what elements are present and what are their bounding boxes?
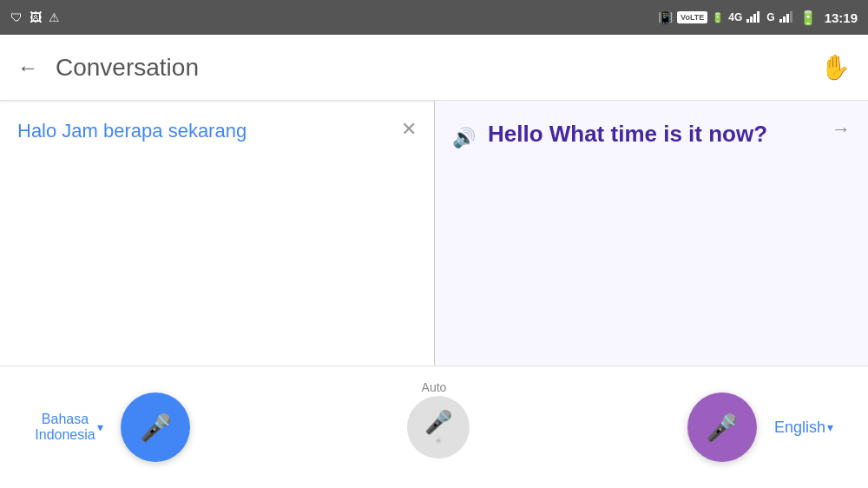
left-mic-icon: 🎤 bbox=[140, 412, 172, 443]
signal-g: G bbox=[766, 11, 774, 23]
source-text: Halo Jam berapa sekarang bbox=[17, 120, 247, 142]
auto-label: Auto bbox=[422, 380, 447, 394]
forward-button[interactable]: → bbox=[832, 118, 851, 141]
translation-panels: Halo Jam berapa sekarang ✕ 🔊 Hello What … bbox=[0, 101, 868, 366]
svg-rect-3 bbox=[757, 11, 760, 23]
left-language-button[interactable]: Bahasa Indonesia ▾ bbox=[35, 412, 103, 443]
left-lang-dropdown-arrow: ▾ bbox=[97, 420, 103, 434]
volte-badge: VoLTE bbox=[677, 11, 707, 23]
right-controls: 🎤 English ▾ bbox=[687, 392, 833, 462]
signal-bars-4g bbox=[746, 10, 762, 25]
svg-rect-7 bbox=[790, 11, 792, 23]
left-controls: Bahasa Indonesia ▾ 🎤 bbox=[35, 392, 190, 462]
bottom-controls: Auto Bahasa Indonesia ▾ 🎤 🎤 ✳ 🎤 bbox=[0, 366, 868, 488]
right-panel: 🔊 Hello What time is it now? → bbox=[435, 101, 869, 366]
page-title: Conversation bbox=[56, 54, 820, 82]
main-content: Halo Jam berapa sekarang ✕ 🔊 Hello What … bbox=[0, 101, 868, 488]
svg-rect-1 bbox=[750, 16, 753, 23]
svg-rect-6 bbox=[786, 14, 789, 23]
left-mic-button[interactable]: 🎤 bbox=[121, 392, 190, 462]
right-language-button[interactable]: English ▾ bbox=[774, 419, 833, 437]
left-lang-label: Bahasa Indonesia ▾ bbox=[35, 412, 103, 443]
right-lang-dropdown-arrow: ▾ bbox=[827, 420, 833, 434]
clear-button[interactable]: ✕ bbox=[401, 118, 417, 141]
image-icon: 🖼 bbox=[30, 10, 42, 24]
svg-rect-4 bbox=[779, 19, 782, 23]
right-lang-label: English ▾ bbox=[774, 419, 833, 437]
battery-icon: 🔋 bbox=[799, 10, 817, 26]
auto-mic-icon: 🎤 bbox=[424, 409, 452, 436]
signal-4g: 4G bbox=[728, 11, 742, 23]
vibrate-icon: 📳 bbox=[658, 10, 673, 24]
signal-bars-g bbox=[779, 10, 795, 25]
sim-icon: 🔋 bbox=[712, 12, 724, 23]
left-panel: Halo Jam berapa sekarang ✕ bbox=[0, 101, 435, 366]
status-time: 13:19 bbox=[825, 10, 858, 25]
center-mic-area: 🎤 ✳ bbox=[407, 396, 470, 458]
back-button[interactable]: ← bbox=[17, 56, 38, 80]
shield-icon: 🛡 bbox=[10, 10, 23, 24]
auto-mic-button[interactable]: 🎤 ✳ bbox=[407, 396, 470, 458]
speaker-icon[interactable]: 🔊 bbox=[452, 127, 476, 149]
right-mic-icon: 🎤 bbox=[706, 412, 738, 443]
svg-rect-2 bbox=[753, 14, 756, 23]
right-mic-button[interactable]: 🎤 bbox=[687, 392, 757, 462]
translated-text: Hello What time is it now? bbox=[488, 121, 767, 147]
svg-rect-5 bbox=[783, 16, 786, 23]
status-bar: 🛡 🖼 ⚠ 📳 VoLTE 🔋 4G G 🔋 13:19 bbox=[0, 0, 868, 35]
header: ← Conversation ✋ bbox=[0, 35, 868, 101]
status-icons-right: 📳 VoLTE 🔋 4G G 🔋 13:19 bbox=[658, 10, 858, 26]
svg-rect-0 bbox=[746, 19, 749, 23]
warning-icon: ⚠ bbox=[49, 10, 60, 24]
hand-icon[interactable]: ✋ bbox=[820, 53, 851, 82]
